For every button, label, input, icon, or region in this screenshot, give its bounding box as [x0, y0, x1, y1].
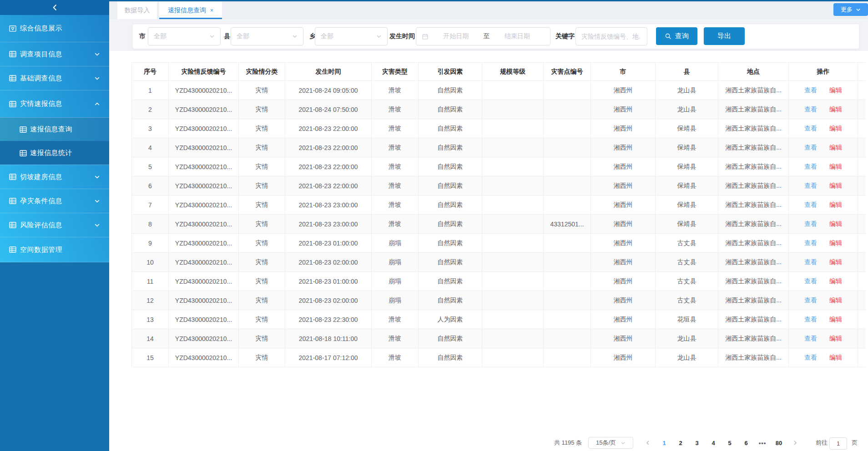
export-button[interactable]: 导出 [704, 27, 745, 45]
page-size-select[interactable]: 15条/页 [588, 437, 633, 449]
page-number-6[interactable]: 6 [740, 435, 752, 451]
page-number-4[interactable]: 4 [707, 435, 720, 451]
edit-link[interactable]: 编辑 [829, 182, 842, 189]
edit-link[interactable]: 编辑 [829, 296, 842, 304]
edit-link[interactable]: 编辑 [829, 125, 842, 132]
page-number-2[interactable]: 2 [674, 435, 687, 451]
table-icon [9, 221, 17, 229]
keyword-input[interactable] [581, 33, 641, 40]
cell-factor: 自然因素 [419, 215, 482, 234]
page-number-1[interactable]: 1 [658, 435, 671, 451]
cell-place: 湘西土家族苗族自... [718, 81, 789, 100]
edit-link[interactable]: 编辑 [829, 220, 842, 227]
edit-link[interactable]: 编辑 [829, 335, 842, 342]
cell-cls: 灾情 [239, 234, 285, 253]
cell-actions: 查看编辑 [789, 215, 858, 234]
view-link[interactable]: 查看 [804, 144, 817, 151]
township-select[interactable]: 全部 [315, 27, 388, 45]
view-link[interactable]: 查看 [804, 277, 817, 285]
sidebar-item-risk-assessment-info[interactable]: 风险评估信息 [0, 213, 109, 237]
edit-link[interactable]: 编辑 [829, 86, 842, 94]
view-link[interactable]: 查看 [804, 335, 817, 342]
goto-label: 前往 [816, 435, 828, 451]
page-number-3[interactable]: 3 [691, 435, 703, 451]
sidebar-item-slope-housing-info[interactable]: 切坡建房信息 [0, 165, 109, 189]
date-range-picker[interactable]: 开始日期 至 结束日期 [416, 27, 550, 45]
edit-link[interactable]: 编辑 [829, 258, 842, 266]
sidebar-collapse-button[interactable] [0, 0, 109, 15]
goto-page-input[interactable] [829, 437, 847, 450]
view-link[interactable]: 查看 [804, 163, 817, 170]
view-link[interactable]: 查看 [804, 354, 817, 361]
view-link[interactable]: 查看 [804, 316, 817, 323]
table-row: 2YZD43000020210...灾情2021-08-24 07:50:00滑… [132, 100, 866, 119]
cell-scale [482, 195, 544, 215]
view-link[interactable]: 查看 [804, 220, 817, 227]
edit-link[interactable]: 编辑 [829, 144, 842, 151]
chevron-down-icon [94, 51, 100, 57]
cell-cls: 灾情 [239, 215, 285, 234]
cell-city: 湘西州 [591, 119, 656, 138]
page-number-80[interactable]: 80 [772, 435, 785, 451]
sidebar-item-disaster-quick-report-info[interactable]: 灾情速报信息 [0, 90, 109, 117]
cell-code: YZD43000020210... [169, 272, 239, 291]
page-number-5[interactable]: 5 [723, 435, 736, 451]
edit-link[interactable]: 编辑 [829, 239, 842, 246]
cell-code: YZD43000020210... [169, 291, 239, 310]
view-link[interactable]: 查看 [804, 125, 817, 132]
search-button[interactable]: 查询 [656, 27, 697, 45]
edit-link[interactable]: 编辑 [829, 277, 842, 285]
view-link[interactable]: 查看 [804, 105, 817, 113]
city-select[interactable]: 全部 [148, 27, 221, 45]
county-select[interactable]: 全部 [231, 27, 303, 45]
next-page-button[interactable] [789, 435, 802, 451]
cell-code: YZD43000020210... [169, 100, 239, 119]
tab-data-import[interactable]: 数据导入 [117, 1, 157, 19]
sidebar-item-quick-report-query[interactable]: 速报信息查询 [0, 117, 109, 141]
column-header: 引发因素 [419, 63, 482, 81]
cell-actions: 查看编辑 [789, 81, 858, 100]
more-button[interactable]: 更多 [833, 3, 868, 16]
sidebar-item-disaster-condition-info[interactable]: 孕灾条件信息 [0, 189, 109, 213]
scrollbar-gutter [858, 291, 866, 310]
cell-type: 滑坡 [372, 215, 419, 234]
cell-point [544, 176, 591, 195]
sidebar-item-quick-report-stats[interactable]: 速报信息统计 [0, 141, 109, 165]
cell-type: 滑坡 [372, 138, 419, 157]
sidebar-item-basic-survey-info[interactable]: 基础调查信息 [0, 66, 109, 90]
prev-page-button[interactable] [641, 435, 654, 451]
edit-link[interactable]: 编辑 [829, 354, 842, 361]
tab-quick-report-query[interactable]: 速报信息查询× [159, 1, 222, 19]
sidebar-item-spatial-data-management[interactable]: 空间数据管理 [0, 237, 109, 262]
edit-link[interactable]: 编辑 [829, 316, 842, 323]
sidebar-menu: 综合信息展示调查项目信息基础调查信息灾情速报信息速报信息查询速报信息统计切坡建房… [0, 15, 109, 262]
cell-factor: 自然因素 [419, 138, 482, 157]
cell-type: 崩塌 [372, 234, 419, 253]
cell-actions: 查看编辑 [789, 157, 858, 176]
keyword-label: 关键字 [555, 24, 575, 49]
sidebar: 综合信息展示调查项目信息基础调查信息灾情速报信息速报信息查询速报信息统计切坡建房… [0, 0, 109, 451]
sidebar-item-label: 调查项目信息 [20, 50, 94, 59]
scrollbar-gutter [858, 329, 866, 348]
page-ellipsis[interactable]: ••• [756, 435, 769, 451]
view-link[interactable]: 查看 [804, 296, 817, 304]
view-link[interactable]: 查看 [804, 258, 817, 266]
cell-time: 2021-08-23 22:00:00 [285, 176, 372, 195]
edit-link[interactable]: 编辑 [829, 105, 842, 113]
sidebar-item-survey-project-info[interactable]: 调查项目信息 [0, 42, 109, 66]
edit-link[interactable]: 编辑 [829, 163, 842, 170]
more-button-label: 更多 [841, 5, 853, 14]
view-link[interactable]: 查看 [804, 182, 817, 189]
cell-factor: 自然因素 [419, 272, 482, 291]
view-link[interactable]: 查看 [804, 86, 817, 94]
close-icon[interactable]: × [210, 8, 213, 13]
chevron-down-icon [621, 441, 626, 446]
sidebar-item-label: 孕灾条件信息 [20, 197, 94, 205]
table-row: 11YZD43000020210...灾情2021-08-23 01:00:00… [132, 272, 866, 291]
edit-link[interactable]: 编辑 [829, 201, 842, 208]
view-link[interactable]: 查看 [804, 239, 817, 246]
sidebar-item-comprehensive-info-display[interactable]: 综合信息展示 [0, 15, 109, 42]
scrollbar-gutter [858, 138, 866, 157]
view-link[interactable]: 查看 [804, 201, 817, 208]
cell-actions: 查看编辑 [789, 138, 858, 157]
